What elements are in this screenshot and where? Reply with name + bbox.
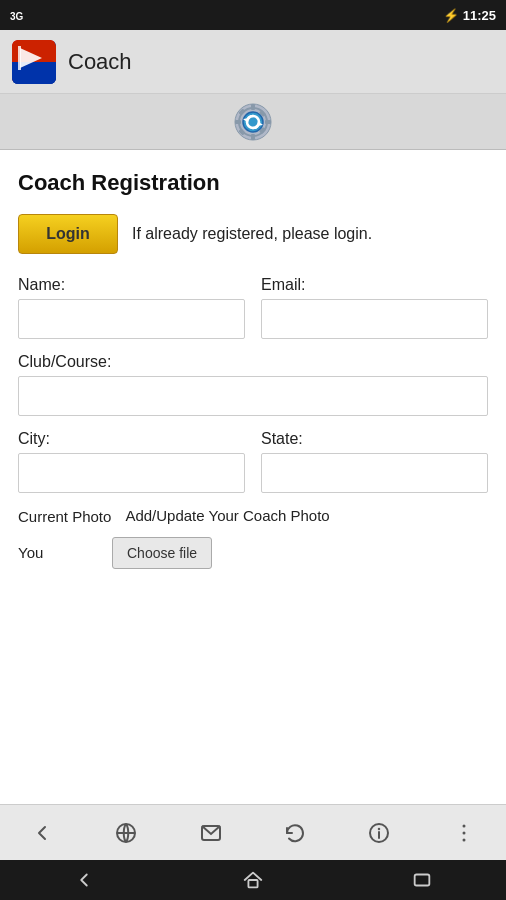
- svg-rect-7: [251, 104, 255, 110]
- email-field-group: Email:: [261, 276, 488, 339]
- battery-icon: ⚡: [443, 8, 459, 23]
- gear-icon: [233, 102, 273, 142]
- you-row: You Choose file: [18, 537, 488, 569]
- back-icon: [30, 821, 54, 845]
- app-bar: Coach: [0, 30, 506, 94]
- add-photo-text: Add/Update Your Coach Photo: [125, 507, 488, 524]
- name-email-row: Name: Email:: [18, 276, 488, 339]
- name-label: Name:: [18, 276, 245, 294]
- email-label: Email:: [261, 276, 488, 294]
- club-course-group: Club/Course:: [18, 353, 488, 416]
- content-area: Coach Registration Login If already regi…: [0, 150, 506, 804]
- system-nav: [0, 860, 506, 900]
- svg-point-23: [379, 828, 380, 829]
- gear-toolbar: [0, 94, 506, 150]
- refresh-icon: [283, 821, 307, 845]
- sys-recents-button[interactable]: [392, 862, 452, 898]
- svg-rect-10: [265, 120, 271, 124]
- club-course-input[interactable]: [18, 376, 488, 416]
- svg-rect-28: [414, 875, 429, 886]
- nav-refresh-button[interactable]: [273, 811, 317, 855]
- name-field-group: Name:: [18, 276, 245, 339]
- svg-rect-8: [251, 134, 255, 140]
- nav-mail-button[interactable]: [189, 811, 233, 855]
- sys-home-button[interactable]: [223, 862, 283, 898]
- globe-icon: [114, 821, 138, 845]
- nav-more-button[interactable]: [442, 811, 486, 855]
- signal-text: 3G: [10, 11, 23, 22]
- svg-rect-9: [235, 120, 241, 124]
- you-label: You: [18, 544, 98, 561]
- nav-info-button[interactable]: [357, 811, 401, 855]
- name-input[interactable]: [18, 299, 245, 339]
- svg-rect-27: [248, 880, 257, 887]
- app-title: Coach: [68, 49, 132, 75]
- sys-back-icon: [73, 869, 95, 891]
- state-field-group: State:: [261, 430, 488, 493]
- nav-globe-button[interactable]: [104, 811, 148, 855]
- svg-rect-2: [12, 74, 56, 84]
- sys-back-button[interactable]: [54, 862, 114, 898]
- page-title: Coach Registration: [18, 170, 488, 196]
- login-button[interactable]: Login: [18, 214, 118, 254]
- sys-home-icon: [242, 869, 264, 891]
- email-input[interactable]: [261, 299, 488, 339]
- info-icon: [367, 821, 391, 845]
- photo-row: Current Photo Add/Update Your Coach Phot…: [18, 507, 488, 527]
- sys-recents-icon: [411, 869, 433, 891]
- club-course-label: Club/Course:: [18, 353, 488, 371]
- status-bar: 3G ⚡ 11:25: [0, 0, 506, 30]
- svg-point-24: [462, 824, 465, 827]
- svg-point-26: [462, 838, 465, 841]
- nav-back-button[interactable]: [20, 811, 64, 855]
- time-display: 11:25: [463, 8, 496, 23]
- current-photo-label: Current Photo: [18, 507, 111, 527]
- state-label: State:: [261, 430, 488, 448]
- state-input[interactable]: [261, 453, 488, 493]
- svg-point-25: [462, 831, 465, 834]
- logo-svg: [12, 40, 56, 84]
- city-field-group: City:: [18, 430, 245, 493]
- login-row: Login If already registered, please logi…: [18, 214, 488, 254]
- city-label: City:: [18, 430, 245, 448]
- svg-rect-4: [18, 46, 21, 70]
- city-state-row: City: State:: [18, 430, 488, 493]
- mail-icon: [199, 821, 223, 845]
- app-logo: [12, 40, 56, 84]
- more-icon: [452, 821, 476, 845]
- login-description: If already registered, please login.: [132, 223, 488, 245]
- city-input[interactable]: [18, 453, 245, 493]
- bottom-nav: [0, 804, 506, 860]
- choose-file-button[interactable]: Choose file: [112, 537, 212, 569]
